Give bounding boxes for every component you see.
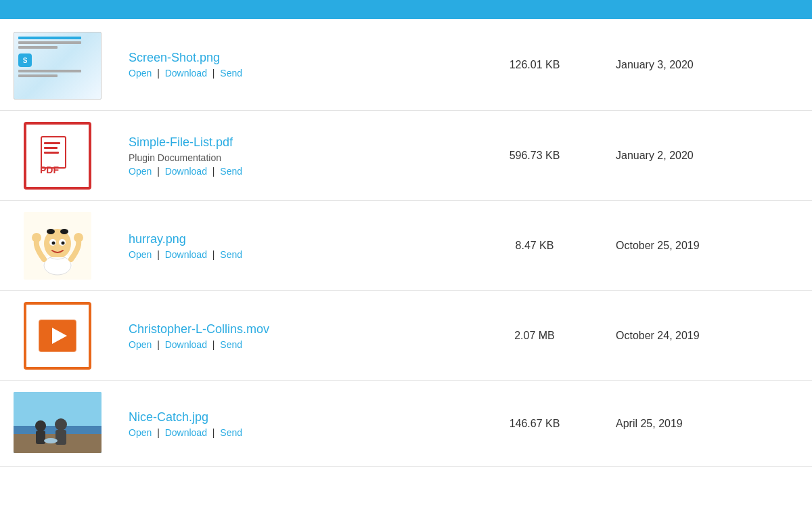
svg-rect-2 <box>44 147 58 149</box>
file-name-link-hurray[interactable]: hurray.png <box>129 232 453 246</box>
table-row: S Screen-Shot.png Open | Download | Send… <box>0 19 812 111</box>
file-name-link-simple-file-list[interactable]: Simple-File-List.pdf <box>129 135 453 150</box>
cell-size-simple-file-list: 596.73 KB <box>467 111 602 201</box>
table-row: PDF Simple-File-List.pdf Plugin Document… <box>0 111 812 201</box>
thumb-line <box>18 41 81 44</box>
file-actions-simple-file-list: Open | Download | Send <box>129 166 453 177</box>
pdf-svg: PDF <box>36 134 79 177</box>
app-icon: S <box>18 53 32 67</box>
cell-date-hurray: October 25, 2019 <box>602 201 812 291</box>
table-row: hurray.png Open | Download | Send 8.47 K… <box>0 201 812 291</box>
thumb-video <box>24 302 91 370</box>
homer-svg <box>27 215 88 276</box>
send-link-nice-catch[interactable]: Send <box>220 427 242 438</box>
file-desc-simple-file-list: Plugin Documentation <box>129 152 453 163</box>
svg-point-22 <box>35 420 46 431</box>
open-link-christopher[interactable]: Open <box>129 339 152 350</box>
cell-size-nice-catch: 146.67 KB <box>467 381 602 467</box>
cell-name-christopher: Christopher-L-Collins.mov Open | Downloa… <box>115 291 467 381</box>
send-link-christopher[interactable]: Send <box>220 339 242 350</box>
svg-point-26 <box>44 438 58 443</box>
svg-rect-23 <box>36 431 45 444</box>
file-actions-screen-shot: Open | Download | Send <box>129 68 453 79</box>
file-name-link-christopher[interactable]: Christopher-L-Collins.mov <box>129 322 453 336</box>
sep2-simple-file-list: | <box>212 166 215 177</box>
cell-name-hurray: hurray.png Open | Download | Send <box>115 201 467 291</box>
svg-point-12 <box>52 242 55 245</box>
open-link-screen-shot[interactable]: Open <box>129 68 152 79</box>
thumb-homer <box>24 212 91 280</box>
col-size <box>467 0 602 19</box>
thumb-line <box>18 74 58 77</box>
file-list-table: S Screen-Shot.png Open | Download | Send… <box>0 0 812 467</box>
svg-text:PDF: PDF <box>40 165 59 175</box>
cell-name-screen-shot: Screen-Shot.png Open | Download | Send <box>115 19 467 111</box>
sep2-nice-catch: | <box>212 427 215 438</box>
cell-size-christopher: 2.07 MB <box>467 291 602 381</box>
download-link-hurray[interactable]: Download <box>165 249 207 260</box>
file-name-link-nice-catch[interactable]: Nice-Catch.jpg <box>129 410 453 424</box>
svg-rect-3 <box>44 152 59 154</box>
cell-name-nice-catch: Nice-Catch.jpg Open | Download | Send <box>115 381 467 467</box>
cell-thumb-screen-shot: S <box>0 19 115 111</box>
cell-date-christopher: October 24, 2019 <box>602 291 812 381</box>
cell-thumb-simple-file-list: PDF <box>0 111 115 201</box>
cell-name-simple-file-list: Simple-File-List.pdf Plugin Documentatio… <box>115 111 467 201</box>
thumb-line <box>18 46 58 49</box>
svg-point-15 <box>74 233 83 242</box>
svg-point-13 <box>62 242 65 245</box>
cell-date-screen-shot: January 3, 2020 <box>602 19 812 111</box>
sep2-christopher: | <box>212 339 215 350</box>
sep2-screen-shot: | <box>212 68 215 79</box>
download-link-screen-shot[interactable]: Download <box>165 68 207 79</box>
sep1-screen-shot: | <box>157 68 160 79</box>
svg-point-9 <box>60 229 68 234</box>
col-date <box>602 0 812 19</box>
svg-rect-25 <box>55 430 66 445</box>
thumb-line <box>18 37 81 39</box>
svg-point-24 <box>55 418 67 431</box>
open-link-hurray[interactable]: Open <box>129 249 152 260</box>
download-link-nice-catch[interactable]: Download <box>165 427 207 438</box>
cell-size-hurray: 8.47 KB <box>467 201 602 291</box>
sep1-christopher: | <box>157 339 160 350</box>
table-header <box>0 0 812 19</box>
file-actions-hurray: Open | Download | Send <box>129 249 453 260</box>
cell-thumb-christopher <box>0 291 115 381</box>
thumb-icon-area: S <box>18 53 32 67</box>
download-link-simple-file-list[interactable]: Download <box>165 166 207 177</box>
file-name-link-screen-shot[interactable]: Screen-Shot.png <box>129 51 453 65</box>
sep1-simple-file-list: | <box>157 166 160 177</box>
open-link-simple-file-list[interactable]: Open <box>129 166 152 177</box>
file-actions-christopher: Open | Download | Send <box>129 339 453 350</box>
photo-svg <box>14 392 102 453</box>
col-thumb <box>0 0 115 19</box>
col-name <box>115 0 467 19</box>
video-svg <box>36 314 79 357</box>
cell-thumb-hurray <box>0 201 115 291</box>
cell-thumb-nice-catch <box>0 381 115 467</box>
svg-rect-1 <box>44 142 60 144</box>
thumb-line <box>18 70 81 72</box>
file-actions-nice-catch: Open | Download | Send <box>129 427 453 438</box>
sep1-hurray: | <box>157 249 160 260</box>
thumb-pdf: PDF <box>24 122 91 190</box>
thumb-photo <box>14 392 102 453</box>
cell-size-screen-shot: 126.01 KB <box>467 19 602 111</box>
open-link-nice-catch[interactable]: Open <box>129 427 152 438</box>
thumb-screenshot: S <box>14 32 102 100</box>
table-row: Christopher-L-Collins.mov Open | Downloa… <box>0 291 812 381</box>
send-link-simple-file-list[interactable]: Send <box>220 166 242 177</box>
sep2-hurray: | <box>212 249 215 260</box>
download-link-christopher[interactable]: Download <box>165 339 207 350</box>
table-row: Nice-Catch.jpg Open | Download | Send 14… <box>0 381 812 467</box>
svg-point-8 <box>47 229 55 234</box>
svg-point-14 <box>32 233 41 242</box>
cell-date-simple-file-list: January 2, 2020 <box>602 111 812 201</box>
send-link-hurray[interactable]: Send <box>220 249 242 260</box>
cell-date-nice-catch: April 25, 2019 <box>602 381 812 467</box>
send-link-screen-shot[interactable]: Send <box>220 68 242 79</box>
sep1-nice-catch: | <box>157 427 160 438</box>
